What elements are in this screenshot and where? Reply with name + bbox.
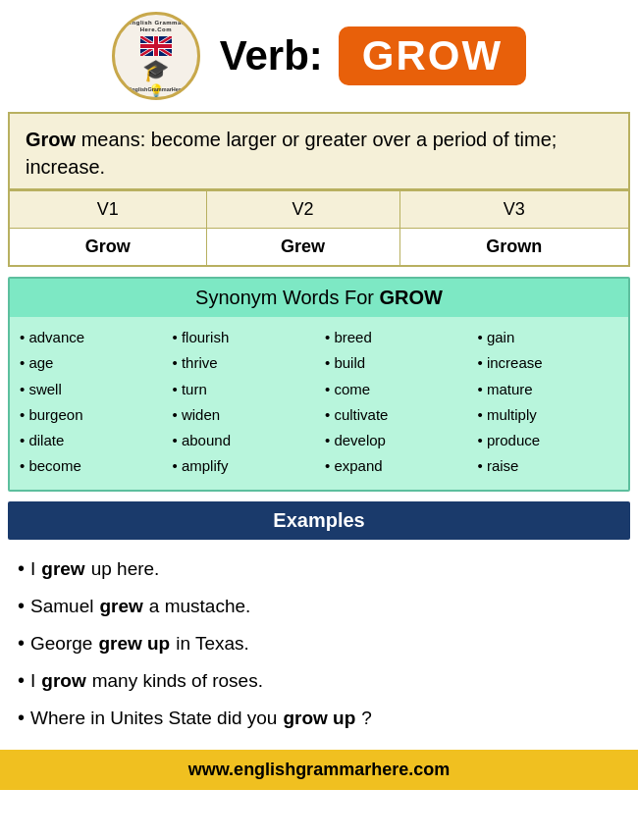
graduation-icon: 🎓 <box>142 58 169 83</box>
examples-list: I grew up here. Samuel grew a mustache. … <box>8 550 630 736</box>
svg-rect-8 <box>140 44 172 48</box>
example-5-prefix: Where in Unites State did you <box>30 701 277 736</box>
synonym-column-3: breed build come cultivate develop expan… <box>319 325 472 480</box>
list-item: come <box>325 377 466 402</box>
list-item: mature <box>478 377 619 402</box>
conjugation-header-v2: V2 <box>206 191 399 229</box>
list-item: thrive <box>173 350 314 376</box>
conjugation-values-row: Grow Grew Grown <box>9 229 629 267</box>
verb-label: Verb: <box>220 32 323 79</box>
example-3-bold: grew up <box>98 626 170 661</box>
list-item: breed <box>325 325 466 350</box>
logo: English GrammarHere.Com <box>112 12 200 100</box>
example-5-suffix: ? <box>361 701 372 736</box>
list-item: cultivate <box>325 402 466 428</box>
logo-circle: English GrammarHere.Com <box>112 12 200 100</box>
conjugation-table: V1 V2 V3 Grow Grew Grown <box>8 190 630 267</box>
list-item: swell <box>20 377 161 402</box>
example-4-prefix: I <box>30 663 35 699</box>
example-1-bold: grew <box>41 551 84 587</box>
example-item-1: I grew up here. <box>18 550 620 587</box>
header-title: Verb: GROW <box>220 26 526 85</box>
definition-text: means: become larger or greater over a p… <box>26 129 557 178</box>
example-4-bold: grow <box>41 663 85 699</box>
conjugation-header-v3: V3 <box>399 191 629 229</box>
example-1-suffix: up here. <box>91 551 160 587</box>
list-item: produce <box>478 428 619 453</box>
synonym-title-bold: GROW <box>380 287 443 308</box>
conjugation-v1-value: Grow <box>9 229 206 267</box>
example-4-suffix: many kinds of roses. <box>92 663 263 699</box>
synonym-column-2: flourish thrive turn widen abound amplif… <box>167 325 320 480</box>
examples-header: Examples <box>8 501 630 540</box>
list-item: gain <box>478 325 619 350</box>
example-2-bold: grew <box>99 589 142 624</box>
example-item-2: Samuel grew a mustache. <box>18 587 620 624</box>
logo-text-top: English GrammarHere.Com <box>117 20 195 33</box>
synonym-column-1: advance age swell burgeon dilate become <box>14 325 167 480</box>
synonym-title-plain: Synonym Words For <box>195 287 379 308</box>
list-item: raise <box>478 453 619 479</box>
definition-section: Grow means: become larger or greater ove… <box>8 112 630 190</box>
list-item: increase <box>478 350 619 376</box>
list-item: amplify <box>173 453 314 479</box>
example-1-prefix: I <box>30 551 35 587</box>
example-3-prefix: George <box>30 626 92 661</box>
synonym-title: Synonym Words For GROW <box>10 279 628 317</box>
conjugation-header-row: V1 V2 V3 <box>9 191 629 229</box>
list-item: develop <box>325 428 466 453</box>
example-item-5: Where in Unites State did you grow up? <box>18 699 620 736</box>
list-item: build <box>325 350 466 376</box>
header: English GrammarHere.Com <box>0 0 638 112</box>
synonym-column-4: gain increase mature multiply produce ra… <box>472 325 625 480</box>
conjugation-v3-value: Grown <box>399 229 629 267</box>
list-item: burgeon <box>20 402 161 428</box>
list-item: expand <box>325 453 466 479</box>
conjugation-v2-value: Grew <box>206 229 399 267</box>
synonym-grid: advance age swell burgeon dilate become … <box>10 317 628 490</box>
example-2-suffix: a mustache. <box>149 589 251 624</box>
example-item-3: George grew up in Texas. <box>18 624 620 661</box>
example-3-suffix: in Texas. <box>176 626 249 661</box>
uk-flag-icon <box>140 36 172 56</box>
verb-word: GROW <box>362 32 503 79</box>
example-item-4: I grow many kinds of roses. <box>18 661 620 699</box>
list-item: advance <box>20 325 161 350</box>
list-item: abound <box>173 428 314 453</box>
definition-bold-word: Grow <box>26 129 76 150</box>
list-item: flourish <box>173 325 314 350</box>
list-item: become <box>20 453 161 479</box>
example-5-bold: grow up <box>283 701 355 736</box>
conjugation-header-v1: V1 <box>9 191 206 229</box>
example-2-prefix: Samuel <box>30 589 93 624</box>
list-item: dilate <box>20 428 161 453</box>
footer-url: www.englishgrammarhere.com <box>188 760 450 779</box>
verb-word-box: GROW <box>339 26 526 85</box>
logo-inner: English GrammarHere.Com <box>115 15 197 97</box>
logo-flags <box>140 36 172 56</box>
logo-text-bottom: EnglishGrammarHere <box>117 86 195 92</box>
list-item: multiply <box>478 402 619 428</box>
list-item: age <box>20 350 161 376</box>
examples-header-label: Examples <box>273 509 364 531</box>
footer: www.englishgrammarhere.com <box>0 750 638 790</box>
list-item: turn <box>173 377 314 402</box>
list-item: widen <box>173 402 314 428</box>
synonym-section: Synonym Words For GROW advance age swell… <box>8 277 630 492</box>
